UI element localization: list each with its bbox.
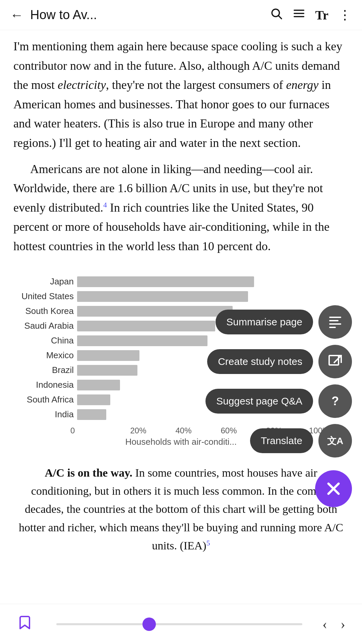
table-row: United States xyxy=(20,291,342,302)
fab-study-notes-label: Create study notes xyxy=(207,349,313,374)
svg-rect-7 xyxy=(329,323,341,325)
chart-bar xyxy=(77,380,120,390)
chart-bar xyxy=(77,409,106,420)
translate-button[interactable]: 文A xyxy=(318,424,352,458)
chart-row-label: Mexico xyxy=(20,350,74,361)
chart-row-label: Indonesia xyxy=(20,380,74,390)
page-arrows: ‹ › xyxy=(322,616,345,632)
bottom-navigation: ‹ › xyxy=(0,604,362,644)
caption-bold: A/C is on the way. xyxy=(45,467,132,479)
external-link-icon xyxy=(327,354,343,370)
font-icon[interactable]: Tr xyxy=(315,9,328,21)
fab-summarise-row: Summarise page xyxy=(216,305,352,339)
fab-translate-label: Translate xyxy=(250,428,313,453)
prev-page-button[interactable]: ‹ xyxy=(322,616,327,632)
fab-qa-label: Suggest page Q&A xyxy=(205,389,313,414)
progress-thumb[interactable] xyxy=(142,618,156,631)
more-icon[interactable]: ⋮ xyxy=(339,8,352,22)
bookmark-icon[interactable] xyxy=(17,614,33,634)
chart-row-label: India xyxy=(20,409,74,420)
table-row: Japan xyxy=(20,276,342,287)
chart-row-label: United States xyxy=(20,291,74,302)
x-label-0: 0 xyxy=(70,426,116,435)
header: ← How to Av... Tr ⋮ xyxy=(0,0,362,30)
x-label-20: 20% xyxy=(116,426,161,435)
fab-container: Summarise page Create study notes Sugges… xyxy=(205,305,352,507)
list-icon[interactable] xyxy=(293,7,305,23)
question-icon: ? xyxy=(327,393,343,409)
svg-text:?: ? xyxy=(331,394,339,408)
chart-row-label: China xyxy=(20,335,74,346)
x-label-40: 40% xyxy=(161,426,206,435)
chart-bar xyxy=(77,350,139,361)
chart-bar xyxy=(77,321,215,331)
fab-translate-row: Translate 文A xyxy=(250,424,352,458)
chart-row-label: Brazil xyxy=(20,365,74,375)
svg-text:文A: 文A xyxy=(327,436,343,446)
svg-line-1 xyxy=(279,16,282,19)
svg-rect-6 xyxy=(329,320,339,321)
svg-rect-5 xyxy=(329,317,341,318)
fab-summarise-label: Summarise page xyxy=(216,310,313,334)
chart-bar xyxy=(77,365,137,376)
fab-study-notes-row: Create study notes xyxy=(207,345,352,378)
chart-row-label: Saudi Arabia xyxy=(20,321,74,331)
create-study-notes-button[interactable] xyxy=(318,345,352,378)
chart-bar xyxy=(77,276,254,287)
chart-row-label: South Africa xyxy=(20,394,74,405)
header-icons: Tr ⋮ xyxy=(270,7,352,23)
page-title: How to Av... xyxy=(30,8,270,22)
progress-bar[interactable] xyxy=(56,623,302,625)
chart-bar-area xyxy=(77,276,342,287)
translate-icon: 文A xyxy=(327,433,343,449)
chart-bar-area xyxy=(77,291,342,302)
close-icon xyxy=(325,480,342,497)
text-paragraph-1: I'm mentioning them again here because s… xyxy=(13,37,349,256)
next-page-button[interactable]: › xyxy=(341,616,345,632)
suggest-qa-button[interactable]: ? xyxy=(318,384,352,418)
summarise-page-button[interactable] xyxy=(318,305,352,339)
chart-bar xyxy=(77,291,248,302)
main-content: I'm mentioning them again here because s… xyxy=(0,30,362,608)
svg-line-10 xyxy=(334,356,341,363)
chart-row-label: Japan xyxy=(20,276,74,287)
back-button[interactable]: ← xyxy=(10,7,23,23)
lines-icon xyxy=(327,314,343,330)
close-fab-button[interactable] xyxy=(315,470,352,507)
svg-rect-8 xyxy=(329,327,336,328)
chart-bar xyxy=(77,335,207,346)
chart-row-label: South Korea xyxy=(20,306,74,316)
fab-qa-row: Suggest page Q&A ? xyxy=(205,384,352,418)
chart-bar xyxy=(77,394,110,405)
search-icon[interactable] xyxy=(270,7,283,23)
